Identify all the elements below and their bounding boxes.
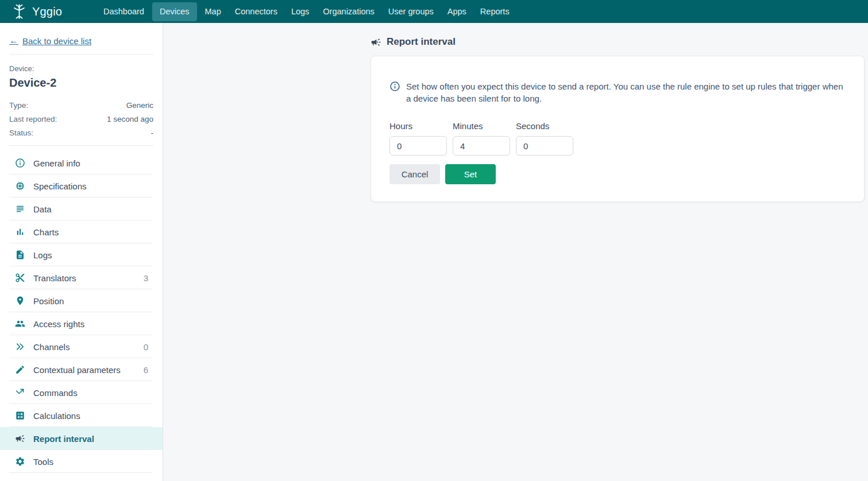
sidebar-item-charts[interactable]: Charts [0, 220, 163, 243]
channels-count-badge: 0 [144, 342, 148, 352]
double-chevron-icon [15, 342, 25, 352]
nav-item-reports[interactable]: Reports [473, 0, 516, 23]
nav-item-dashboard[interactable]: Dashboard [97, 0, 151, 23]
people-icon [15, 319, 25, 329]
nav-item-map[interactable]: Map [198, 0, 228, 23]
nav-item-devices[interactable]: Devices [152, 2, 197, 21]
set-button[interactable]: Set [445, 164, 496, 184]
back-to-device-list-link[interactable]: ← Back to device list [9, 36, 91, 46]
sidebar-menu: General info Specifications Data Charts … [0, 152, 163, 473]
gear-icon [15, 456, 25, 467]
back-link-label: Back to device list [22, 36, 91, 46]
nav-items: Dashboard Devices Map Connectors Logs Or… [97, 0, 516, 23]
sidebar-item-translators[interactable]: Translators 3 [0, 266, 163, 289]
minutes-label: Minutes [453, 121, 510, 131]
pencil-icon [15, 364, 25, 375]
yggdrasil-tree-logo-icon [11, 3, 27, 20]
page-title-text: Report interval [387, 36, 456, 48]
page-title: Report interval [371, 36, 456, 48]
command-arrow-icon [15, 387, 25, 398]
chip-icon [15, 181, 25, 191]
translators-count-badge: 3 [144, 273, 148, 283]
button-row: Cancel Set [389, 164, 846, 184]
device-label: Device: [9, 64, 153, 73]
nav-item-apps[interactable]: Apps [441, 0, 473, 23]
sidebar-item-logs[interactable]: Logs [0, 243, 163, 266]
scissors-icon [15, 273, 25, 283]
contextual-parameters-count-badge: 6 [144, 365, 148, 375]
seconds-label: Seconds [516, 121, 573, 131]
bar-chart-icon [15, 227, 25, 237]
left-arrow-icon: ← [9, 36, 18, 46]
info-banner: Set how often you expect this device to … [389, 80, 846, 104]
nav-item-connectors[interactable]: Connectors [228, 0, 284, 23]
document-icon [15, 250, 25, 260]
sidebar-item-general-info[interactable]: General info [0, 152, 163, 174]
info-icon [15, 158, 25, 168]
brand-name: Yggio [32, 5, 62, 18]
device-name: Device-2 [9, 76, 153, 90]
seconds-field-group: Seconds [516, 121, 573, 156]
interval-fields: Hours Minutes Seconds [389, 121, 846, 156]
sidebar-item-calculations[interactable]: Calculations [0, 404, 163, 427]
calculator-icon [15, 410, 25, 421]
top-navbar: Yggio Dashboard Devices Map Connectors L… [0, 0, 868, 23]
sidebar-item-report-interval[interactable]: Report interval [0, 427, 163, 450]
last-reported-value: 1 second ago [107, 115, 153, 123]
map-pin-icon [15, 296, 25, 306]
divider [9, 54, 153, 55]
nav-item-organizations[interactable]: Organizations [316, 0, 381, 23]
sidebar-item-commands[interactable]: Commands [0, 381, 163, 404]
meta-row-type: Type: Generic [9, 101, 153, 110]
minutes-input[interactable] [453, 136, 510, 156]
sidebar-item-position[interactable]: Position [0, 289, 163, 312]
sidebar-item-tools[interactable]: Tools [0, 450, 163, 473]
data-lines-icon [15, 204, 25, 214]
meta-row-status: Status: - [9, 129, 153, 137]
device-type-value: Generic [126, 101, 153, 110]
hours-input[interactable] [389, 136, 447, 156]
divider [9, 145, 153, 146]
main-content: Report interval Set how often you expect… [163, 23, 868, 481]
hours-label: Hours [389, 121, 447, 131]
report-interval-card: Set how often you expect this device to … [371, 56, 865, 202]
cancel-button[interactable]: Cancel [389, 164, 440, 184]
minutes-field-group: Minutes [453, 121, 510, 156]
info-icon [389, 81, 400, 92]
megaphone-icon [371, 37, 381, 48]
sidebar-item-data[interactable]: Data [0, 197, 163, 220]
sidebar-item-access-rights[interactable]: Access rights [0, 312, 163, 335]
status-value: - [151, 129, 154, 137]
nav-item-logs[interactable]: Logs [284, 0, 316, 23]
info-text: Set how often you expect this device to … [406, 80, 846, 104]
brand[interactable]: Yggio [11, 3, 97, 20]
seconds-input[interactable] [516, 136, 573, 156]
meta-row-last-reported: Last reported: 1 second ago [9, 115, 153, 123]
device-meta: Type: Generic Last reported: 1 second ag… [9, 101, 153, 137]
megaphone-icon [15, 433, 25, 444]
sidebar-item-specifications[interactable]: Specifications [0, 174, 163, 197]
sidebar-item-channels[interactable]: Channels 0 [0, 335, 163, 358]
nav-item-user-groups[interactable]: User groups [381, 0, 441, 23]
sidebar-item-contextual-parameters[interactable]: Contextual parameters 6 [0, 358, 163, 381]
device-sidebar: ← Back to device list Device: Device-2 T… [0, 23, 163, 481]
hours-field-group: Hours [389, 121, 447, 156]
